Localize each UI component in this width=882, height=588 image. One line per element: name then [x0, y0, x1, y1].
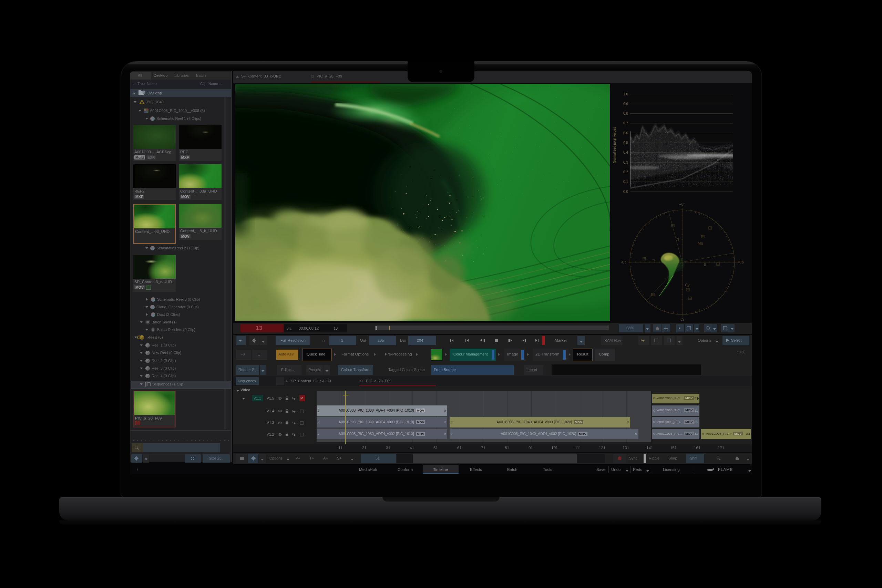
svg-text:0.8: 0.8 — [623, 112, 628, 116]
svg-text:1.0: 1.0 — [623, 92, 628, 96]
svg-text:+Cr: +Cr — [679, 202, 685, 206]
svg-text:Cy: Cy — [685, 283, 690, 287]
svg-text:0.0: 0.0 — [623, 190, 628, 194]
svg-text:0.5: 0.5 — [623, 141, 628, 145]
svg-text:-Cb: -Cb — [621, 260, 627, 264]
svg-text:Yl: Yl — [652, 258, 655, 261]
svg-text:B: B — [704, 262, 706, 266]
svg-text:0.9: 0.9 — [623, 102, 628, 106]
svg-text:Mg: Mg — [698, 241, 703, 245]
svg-text:0.3: 0.3 — [623, 160, 628, 164]
svg-text:+Cb: +Cb — [737, 260, 744, 264]
svg-text:0.7: 0.7 — [623, 121, 628, 125]
svg-text:-Cr: -Cr — [680, 318, 685, 321]
svg-text:0.1: 0.1 — [623, 180, 628, 184]
svg-text:0.6: 0.6 — [623, 131, 628, 135]
svg-text:0.4: 0.4 — [623, 150, 628, 154]
svg-text:Normalized pixel values: Normalized pixel values — [613, 127, 616, 163]
svg-text:0.2: 0.2 — [623, 170, 628, 174]
svg-text:R: R — [676, 238, 679, 242]
